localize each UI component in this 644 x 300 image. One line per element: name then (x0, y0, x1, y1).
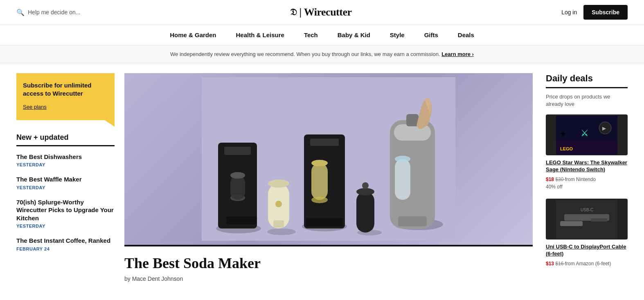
news-item: The Best Waffle Maker YESTERDAY (16, 175, 115, 190)
svg-point-2 (267, 228, 296, 235)
deal-image-0: LEGO ⚔ ★ ▶ (546, 114, 628, 155)
search-placeholder: Help me decide on... (28, 9, 80, 16)
news-item-title-1[interactable]: The Best Waffle Maker (16, 175, 115, 184)
main-content: Subscribe for unlimited access to Wirecu… (0, 63, 644, 292)
deal-pricing-1: $13 $16 from Amazon (6-feet) (546, 260, 628, 267)
svg-point-23 (356, 188, 374, 195)
svg-rect-29 (406, 114, 419, 126)
svg-rect-28 (398, 216, 427, 226)
search-bar[interactable]: 🔍 Help me decide on... (16, 9, 80, 16)
subscribe-box: Subscribe for unlimited access to Wirecu… (16, 73, 115, 120)
news-item-title-3[interactable]: The Best Instant Coffee, Ranked (16, 237, 115, 245)
deal-source-0: from Nintendo (565, 177, 596, 182)
news-items-list: The Best Dishwashers YESTERDAY The Best … (16, 153, 115, 251)
subscribe-box-title: Subscribe for unlimited access to Wirecu… (23, 81, 108, 98)
deal-pricing-0: $18 $30 from Nintendo 40% off (546, 176, 628, 190)
daily-deals-title: Daily deals (546, 73, 628, 88)
login-button[interactable]: Log in (561, 9, 577, 16)
svg-rect-8 (226, 216, 257, 224)
hero-image (124, 73, 533, 245)
deal-price-new-0: $18 (546, 177, 555, 182)
svg-point-11 (230, 172, 245, 179)
affiliate-text: We independently review everything we re… (170, 51, 440, 57)
svg-rect-41 (560, 221, 583, 226)
svg-text:★: ★ (560, 130, 566, 137)
news-item-title-2[interactable]: 70(ish) Splurge-Worthy Wirecutter Picks … (16, 198, 115, 222)
subscribe-button[interactable]: Subscribe (583, 5, 628, 20)
news-item-title-0[interactable]: The Best Dishwashers (16, 153, 115, 161)
svg-rect-27 (394, 124, 431, 141)
svg-rect-10 (230, 175, 245, 200)
svg-rect-19 (311, 163, 328, 200)
nav-item-style[interactable]: Style (390, 31, 405, 38)
new-updated-section: New + updated The Best Dishwashers YESTE… (16, 133, 115, 251)
nav-item-baby-kid[interactable]: Baby & Kid (338, 31, 370, 38)
hero-author: by Mace Dent Johnson (124, 275, 533, 282)
deal-price-new-1: $13 (546, 261, 555, 266)
svg-rect-42 (591, 218, 607, 222)
deal-price-old-1: $16 (555, 261, 565, 266)
deals-list: LEGO ⚔ ★ ▶ LEGO Star Wars: The Skywalker… (546, 114, 628, 267)
svg-point-25 (362, 182, 369, 189)
nav-item-gifts[interactable]: Gifts (424, 31, 438, 38)
svg-text:▶: ▶ (602, 125, 606, 131)
news-item: The Best Dishwashers YESTERDAY (16, 153, 115, 168)
svg-rect-18 (306, 218, 343, 226)
nyt-icon: 𝔇 (290, 7, 297, 18)
daily-deals-subtitle: Price drops on products we already love (546, 93, 628, 108)
deal-title-1[interactable]: Uni USB-C to DisplayPort Cable (6-feet) (546, 244, 628, 257)
news-item-date-0: YESTERDAY (16, 162, 115, 167)
header-actions: Log in Subscribe (561, 5, 628, 20)
site-logo[interactable]: 𝔇 | Wirecutter (290, 6, 352, 18)
news-item: 70(ish) Splurge-Worthy Wirecutter Picks … (16, 198, 115, 229)
svg-point-21 (311, 197, 328, 203)
hero-caption: The Best Soda Maker by Mace Dent Johnson (124, 245, 533, 282)
svg-point-31 (395, 156, 410, 162)
main-nav: Home & GardenHealth & LeisureTechBaby & … (0, 25, 644, 45)
search-icon: 🔍 (16, 9, 25, 16)
svg-rect-14 (273, 220, 284, 228)
deal-price-old-0: $30 (555, 177, 565, 182)
see-plans-link[interactable]: See plans (23, 104, 47, 110)
site-header: 🔍 Help me decide on... 𝔇 | Wirecutter Lo… (0, 0, 644, 25)
news-item: The Best Instant Coffee, Ranked FEBRUARY… (16, 237, 115, 251)
nav-item-home-garden[interactable]: Home & Garden (170, 31, 216, 38)
deal-item: USB-C Uni USB-C to DisplayPort Cable (6-… (546, 199, 628, 267)
svg-point-20 (311, 160, 328, 166)
svg-text:LEGO: LEGO (560, 146, 573, 151)
svg-text:USB-C: USB-C (581, 208, 593, 212)
deal-item: LEGO ⚔ ★ ▶ LEGO Star Wars: The Skywalker… (546, 114, 628, 190)
affiliate-notice: We independently review everything we re… (0, 45, 644, 63)
hero-image-bg (124, 73, 533, 245)
svg-rect-17 (310, 139, 339, 146)
news-item-date-1: YESTERDAY (16, 185, 115, 190)
nav-item-deals[interactable]: Deals (458, 31, 474, 38)
logo-text: Wirecutter (304, 6, 352, 18)
deal-image-1: USB-C (546, 199, 628, 240)
logo-separator: | (299, 6, 302, 18)
learn-more-link[interactable]: Learn more › (441, 51, 474, 57)
svg-point-13 (268, 179, 289, 188)
new-updated-title: New + updated (16, 133, 115, 146)
center-main: The Best Soda Maker by Mace Dent Johnson (124, 73, 533, 282)
deal-title-0[interactable]: LEGO Star Wars: The Skywalker Sage (Nint… (546, 159, 628, 173)
deal-discount-0: 40% off (546, 184, 562, 190)
svg-rect-7 (224, 147, 251, 155)
news-item-date-2: YESTERDAY (16, 224, 115, 228)
right-sidebar: Daily deals Price drops on products we a… (546, 73, 628, 282)
svg-text:⚔: ⚔ (581, 128, 589, 138)
svg-point-24 (358, 226, 373, 231)
svg-rect-30 (395, 159, 410, 200)
news-item-date-3: FEBRUARY 24 (16, 246, 115, 251)
deal-source-1: from Amazon (6-feet) (565, 261, 611, 266)
svg-point-15 (275, 201, 282, 207)
nav-item-tech[interactable]: Tech (304, 31, 318, 38)
nav-item-health-leisure[interactable]: Health & Leisure (236, 31, 284, 38)
hero-title: The Best Soda Maker (124, 255, 533, 272)
left-sidebar: Subscribe for unlimited access to Wirecu… (16, 73, 115, 282)
soda-maker-illustration (202, 77, 455, 241)
